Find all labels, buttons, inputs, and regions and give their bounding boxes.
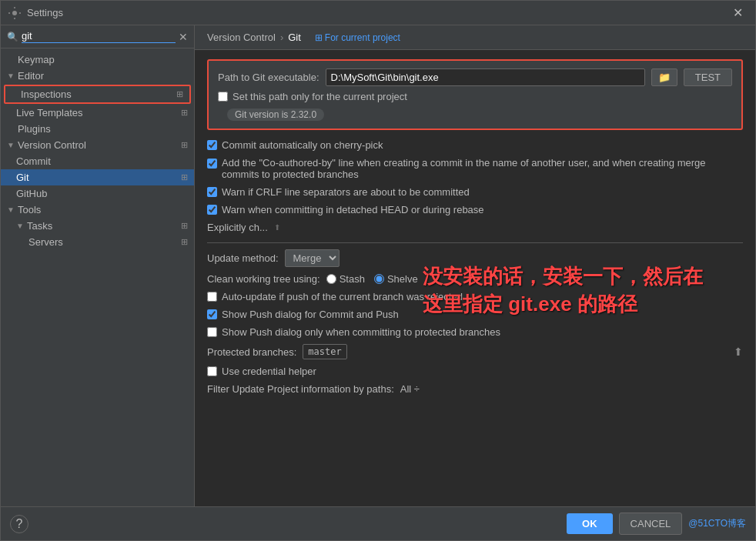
crlf-row: Warn if CRLF line separators are about t… [207, 186, 743, 198]
window-title: Settings [27, 7, 63, 18]
svg-point-0 [12, 11, 17, 15]
clean-tree-label: Clean working tree using: [207, 273, 320, 285]
sidebar-label-servers: Servers [28, 236, 181, 248]
settings-icon [8, 7, 21, 19]
servers-icon: ⊞ [181, 237, 188, 247]
sidebar-label-commit: Commit [16, 155, 188, 167]
dialog-body: 🔍 ✕ Keymap ▼ Editor Insp [1, 25, 755, 506]
bottom-bar: ? OK CANCEL @51CTO博客 [1, 506, 755, 540]
inspections-icon: ⊞ [176, 89, 183, 99]
filter-value[interactable]: All ÷ [400, 383, 420, 395]
credential-label: Use credential helper [222, 366, 316, 377]
search-input-container [22, 30, 176, 43]
radio-group: Stash Shelve [326, 273, 418, 285]
tasks-icon: ⊞ [181, 221, 188, 231]
section-divider [207, 242, 743, 243]
sidebar-item-version-control[interactable]: ▼ Version Control ⊞ [1, 137, 194, 153]
path-input[interactable] [326, 68, 645, 86]
sidebar-label-plugins: Plugins [18, 123, 188, 135]
sidebar-item-live-templates[interactable]: Live Templates ⊞ [1, 105, 194, 121]
sidebar-item-servers[interactable]: Servers ⊞ [1, 234, 194, 250]
project-link-text: For current project [325, 32, 400, 43]
version-row: Git version is 2.32.0 [218, 107, 732, 121]
sidebar-label-tasks: Tasks [27, 220, 181, 232]
sidebar-item-commit[interactable]: Commit [1, 153, 194, 169]
stash-radio-label[interactable]: Stash [326, 273, 365, 285]
cancel-button[interactable]: CANCEL [619, 513, 683, 535]
git-path-section: Path to Git executable: 📁 TEST Set this … [207, 59, 743, 130]
update-method-select[interactable]: Merge [285, 249, 340, 267]
live-templates-icon: ⊞ [181, 108, 188, 118]
watermark-text: @51CTO博客 [688, 517, 746, 530]
show-push-checkbox[interactable] [207, 309, 217, 319]
expand-icon-editor: ▼ [7, 72, 18, 80]
right-header: Version Control › Git ⊞ For current proj… [195, 25, 755, 50]
auto-update-checkbox[interactable] [207, 292, 217, 302]
sidebar-item-github[interactable]: GitHub [1, 185, 194, 202]
title-bar: Settings ✕ [1, 1, 755, 25]
crlf-checkbox[interactable] [207, 187, 217, 197]
head-row: Warn when committing in detached HEAD or… [207, 204, 743, 215]
shelve-radio[interactable] [374, 274, 384, 284]
breadcrumb-current: Git [288, 32, 301, 43]
shelve-radio-label[interactable]: Shelve [374, 273, 418, 285]
show-push-protected-checkbox[interactable] [207, 327, 217, 337]
bottom-right: OK CANCEL @51CTO博客 [567, 513, 746, 535]
sidebar-item-tools[interactable]: ▼ Tools [1, 202, 194, 218]
breadcrumb-separator: › [280, 32, 283, 43]
sidebar-item-tasks[interactable]: ▼ Tasks ⊞ [1, 218, 194, 234]
stash-radio[interactable] [326, 274, 336, 284]
protected-branches-value[interactable]: master [303, 344, 346, 359]
filter-row: Filter Update Project information by pat… [207, 383, 743, 395]
path-browse-button[interactable]: 📁 [651, 68, 677, 86]
ok-button[interactable]: OK [567, 513, 613, 534]
show-push-protected-label: Show Push dialog only when committing to… [222, 326, 500, 338]
sidebar-item-plugins[interactable]: Plugins [1, 121, 194, 137]
clean-tree-row: Clean working tree using: Stash Shelve [207, 273, 743, 285]
co-authored-label: Add the "Co-authored-by" line when creat… [222, 157, 743, 180]
right-content: Path to Git executable: 📁 TEST Set this … [195, 50, 755, 506]
filter-label: Filter Update Project information by pat… [207, 383, 394, 395]
sidebar-item-keymap[interactable]: Keymap [1, 52, 194, 68]
project-link[interactable]: ⊞ For current project [315, 32, 400, 43]
shelve-label: Shelve [387, 273, 418, 285]
show-push-protected-row: Show Push dialog only when committing to… [207, 326, 743, 338]
protected-branches-label: Protected branches: [207, 346, 296, 358]
search-clear-button[interactable]: ✕ [179, 31, 188, 43]
co-authored-row: Add the "Co-authored-by" line when creat… [207, 157, 743, 180]
right-panel: Version Control › Git ⊞ For current proj… [195, 25, 755, 506]
tree-container: Keymap ▼ Editor Inspections ⊞ Live Templ… [1, 48, 194, 506]
close-button[interactable]: ✕ [728, 4, 748, 22]
update-method-label: Update method: [207, 252, 279, 264]
cherry-pick-checkbox[interactable] [207, 140, 217, 150]
sidebar-label-git: Git [16, 172, 181, 183]
search-input[interactable] [22, 30, 176, 42]
show-push-label: Show Push dialog for Commit and Push [222, 309, 399, 320]
path-only-checkbox[interactable] [218, 92, 228, 102]
help-button[interactable]: ? [10, 515, 28, 533]
show-push-row: Show Push dialog for Commit and Push [207, 309, 743, 320]
credential-row: Use credential helper [207, 366, 743, 377]
sidebar-label-inspections: Inspections [21, 88, 176, 100]
sidebar-item-inspections[interactable]: Inspections ⊞ [4, 85, 191, 104]
head-label: Warn when committing in detached HEAD or… [222, 204, 484, 215]
sidebar-item-git[interactable]: Git ⊞ [1, 169, 194, 185]
path-only-label: Set this path only for the current proje… [232, 91, 407, 102]
sidebar-label-keymap: Keymap [18, 54, 188, 65]
path-label: Path to Git executable: [218, 72, 319, 83]
head-checkbox[interactable] [207, 205, 217, 215]
crlf-label: Warn if CRLF line separators are about t… [222, 186, 470, 198]
expand-icon-tasks: ▼ [16, 222, 27, 230]
sidebar-label-tools: Tools [18, 204, 188, 215]
path-only-row: Set this path only for the current proje… [218, 91, 732, 102]
sidebar-item-editor[interactable]: ▼ Editor [1, 68, 194, 84]
vc-icon: ⊞ [181, 140, 188, 150]
scrollbar-hint: ⬆ [274, 223, 280, 232]
test-button[interactable]: TEST [684, 68, 732, 86]
update-method-row: Update method: Merge [207, 249, 743, 267]
expand-icon-tools: ▼ [7, 205, 18, 214]
co-authored-checkbox[interactable] [207, 159, 217, 169]
sidebar-label-live-templates: Live Templates [16, 107, 181, 119]
credential-checkbox[interactable] [207, 366, 217, 376]
title-bar-left: Settings [8, 7, 63, 19]
